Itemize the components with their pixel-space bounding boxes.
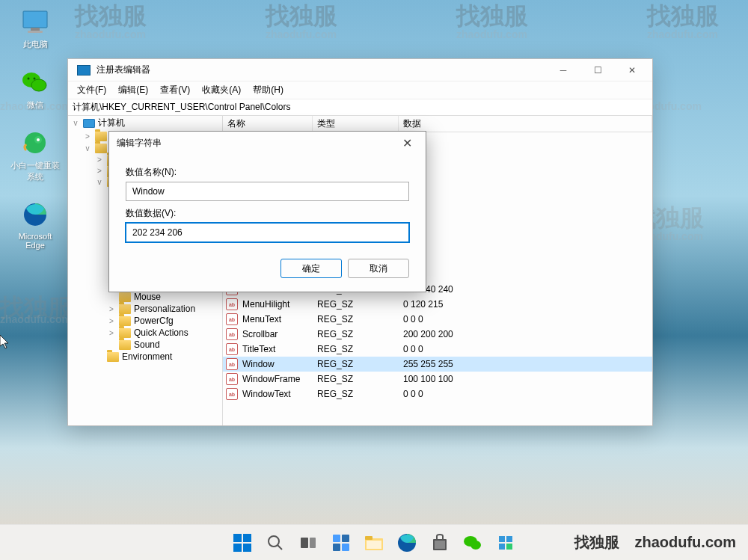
cell-data: 0 0 0 — [402, 313, 652, 325]
cell-name: TitleText — [241, 343, 316, 355]
svg-point-10 — [37, 138, 40, 141]
tree-label: Personalization — [134, 304, 195, 314]
cell-data: 215 — [402, 149, 652, 161]
tree-node[interactable]: >PowerCfg — [68, 315, 222, 327]
ok-button[interactable]: 确定 — [280, 259, 342, 278]
expander-icon[interactable]: > — [107, 305, 116, 313]
window-title: 注册表编辑器 — [96, 64, 546, 76]
cursor-icon — [0, 335, 12, 351]
wechat-taskbar[interactable] — [458, 528, 488, 558]
titlebar[interactable]: 注册表编辑器 ─ ☐ ✕ — [68, 59, 652, 81]
svg-rect-15 — [243, 544, 251, 552]
list-row[interactable]: abWindowTextREG_SZ0 0 0 — [223, 387, 652, 401]
minimize-button[interactable]: ─ — [546, 59, 580, 81]
cell-data: 240 240 240 — [402, 283, 652, 295]
search-button[interactable] — [260, 528, 290, 558]
string-value-icon: ab — [226, 313, 238, 325]
list-row[interactable]: abMenuTextREG_SZ0 0 0 — [223, 312, 652, 327]
folder-icon — [119, 340, 131, 350]
menu-edit[interactable]: 编辑(E) — [112, 81, 154, 99]
svg-rect-19 — [310, 538, 316, 548]
svg-rect-21 — [342, 535, 349, 542]
edit-string-dialog: 编辑字符串 ✕ 数值名称(N): 数值数据(V): 确定 取消 — [108, 131, 426, 292]
watermark-cn: 找独服 — [647, 0, 719, 33]
dialog-buttons: 确定 取消 — [126, 259, 409, 278]
maximize-button[interactable]: ☐ — [580, 59, 615, 81]
cell-data — [402, 244, 652, 245]
svg-point-31 — [470, 541, 481, 550]
desktop-icon-wechat[interactable]: 微信 — [9, 67, 61, 111]
tree-node[interactable]: >Quick Actions — [68, 327, 222, 339]
expander-icon[interactable]: v — [95, 178, 104, 186]
regedit-taskbar[interactable] — [491, 528, 521, 558]
edge-taskbar[interactable] — [392, 528, 422, 558]
address-bar[interactable]: 计算机\HKEY_CURRENT_USER\Control Panel\Colo… — [68, 99, 652, 116]
desktop-icon-label: 此电脑 — [23, 39, 48, 50]
header-type[interactable]: 类型 — [313, 116, 399, 132]
string-value-icon: ab — [226, 328, 238, 340]
list-row[interactable]: abTitleTextREG_SZ0 0 0 — [223, 342, 652, 357]
value-name-input[interactable] — [126, 182, 409, 201]
svg-rect-26 — [367, 541, 381, 549]
value-data-input[interactable] — [126, 223, 409, 242]
desktop-icon-edge[interactable]: Microsoft Edge — [9, 199, 61, 250]
list-row[interactable]: abScrollbarREG_SZ200 200 200 — [223, 327, 652, 342]
tree-label: PowerCfg — [134, 316, 174, 326]
watermark-cn: 找独服 — [266, 0, 337, 33]
cell-data: 0 120 215 — [402, 298, 652, 310]
menubar: 文件(F) 编辑(E) 查看(V) 收藏夹(A) 帮助(H) — [68, 81, 652, 99]
header-data[interactable]: 数据 — [399, 116, 652, 132]
cell-data: 0 0 0 — [402, 388, 652, 400]
expander-icon[interactable]: > — [107, 329, 116, 337]
start-button[interactable] — [227, 528, 257, 558]
tree-root[interactable]: v 计算机 — [68, 116, 222, 130]
expander-icon[interactable]: v — [83, 144, 92, 153]
folder-icon — [119, 304, 131, 314]
dialog-body: 数值名称(N): 数值数据(V): 确定 取消 — [109, 154, 426, 292]
cell-data: 200 200 200 — [402, 328, 652, 340]
expander-icon[interactable]: > — [83, 132, 92, 141]
cancel-button[interactable]: 取消 — [348, 259, 409, 278]
tree-node[interactable]: Mouse — [68, 291, 222, 303]
desktop-icon-xiaobai[interactable]: 小白一键重装系统 — [9, 127, 61, 182]
cell-name: WindowFrame — [241, 373, 316, 385]
window-controls: ─ ☐ ✕ — [546, 59, 649, 81]
menu-help[interactable]: 帮助(H) — [247, 81, 289, 99]
expander-icon[interactable]: > — [95, 156, 104, 164]
watermark-en: zhaodufu.com — [647, 28, 719, 40]
close-button[interactable]: ✕ — [615, 59, 649, 81]
header-name[interactable]: 名称 — [223, 116, 313, 132]
widgets-button[interactable] — [326, 528, 356, 558]
list-row[interactable]: abMenuHilightREG_SZ0 120 215 — [223, 297, 652, 312]
cell-type: REG_SZ — [316, 373, 402, 385]
expander-icon[interactable]: v — [71, 119, 80, 127]
store-button[interactable] — [425, 528, 455, 558]
svg-rect-20 — [333, 535, 340, 542]
svg-point-16 — [269, 536, 279, 547]
menu-view[interactable]: 查看(V) — [154, 81, 196, 99]
tree-node[interactable]: >Personalization — [68, 303, 222, 315]
expander-icon[interactable]: > — [107, 317, 116, 325]
computer-icon — [19, 6, 51, 37]
tree-node[interactable]: Sound — [68, 339, 222, 351]
desktop-icon-label: 小白一键重装系统 — [9, 160, 61, 182]
cell-data: 0 0 0 — [402, 343, 652, 355]
dialog-titlebar[interactable]: 编辑字符串 ✕ — [109, 132, 426, 154]
cell-data: 5 219 — [402, 209, 652, 221]
desktop-icon-computer[interactable]: 此电脑 — [9, 6, 61, 50]
svg-rect-23 — [342, 544, 349, 551]
cell-type: REG_SZ — [316, 358, 402, 370]
tree-node[interactable]: Environment — [68, 351, 222, 363]
cell-name: MenuText — [241, 313, 316, 325]
regedit-icon — [77, 65, 91, 76]
expander-icon[interactable]: > — [95, 167, 104, 175]
list-row[interactable]: abWindowFrameREG_SZ100 100 100 — [223, 372, 652, 387]
dialog-close-button[interactable]: ✕ — [396, 135, 418, 152]
menu-file[interactable]: 文件(F) — [71, 81, 112, 99]
folder-icon — [107, 352, 119, 362]
explorer-button[interactable] — [359, 528, 389, 558]
edge-icon — [19, 199, 51, 230]
menu-favorites[interactable]: 收藏夹(A) — [196, 81, 247, 99]
list-row[interactable]: abWindowREG_SZ255 255 255 — [223, 357, 652, 372]
taskview-button[interactable] — [293, 528, 323, 558]
